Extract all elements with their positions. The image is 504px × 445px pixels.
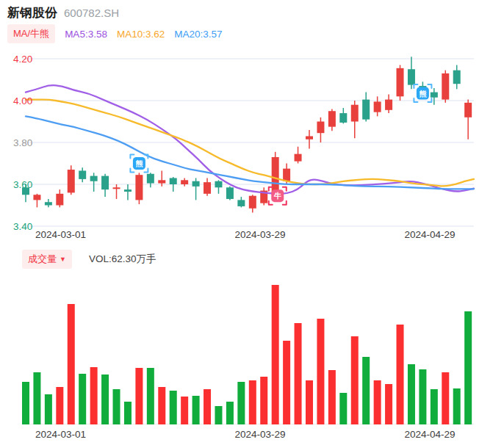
svg-text:4.00: 4.00 bbox=[13, 95, 32, 106]
volume-bar bbox=[79, 374, 86, 424]
volume-bar bbox=[295, 323, 302, 424]
volume-bar bbox=[90, 367, 98, 424]
volume-bar bbox=[362, 357, 370, 424]
candle bbox=[408, 69, 415, 84]
candle bbox=[464, 103, 472, 117]
candle bbox=[442, 73, 449, 100]
candle bbox=[283, 169, 290, 181]
candle bbox=[272, 157, 279, 195]
volume-bar bbox=[374, 380, 381, 424]
stock-code: 600782.SH bbox=[64, 7, 119, 19]
volume-bar bbox=[260, 377, 267, 424]
price-candlestick-chart[interactable]: 熊牛熊4.204.003.803.603.40 bbox=[0, 46, 504, 231]
candle bbox=[135, 175, 143, 200]
x-tick-date: 2024-03-01 bbox=[35, 229, 86, 240]
volume-bar-chart[interactable] bbox=[0, 273, 504, 424]
volume-bar bbox=[453, 388, 461, 424]
candle bbox=[158, 180, 165, 183]
candle bbox=[397, 68, 404, 96]
volume-bar bbox=[339, 393, 347, 424]
ma10-value-label: MA10:3.62 bbox=[117, 29, 165, 40]
volume-bar bbox=[113, 389, 120, 424]
bull-signal-icon[interactable]: 牛 bbox=[269, 187, 287, 205]
volume-bar bbox=[56, 387, 63, 424]
volume-bars-group bbox=[22, 285, 472, 424]
svg-text:熊: 熊 bbox=[419, 90, 426, 98]
candle bbox=[68, 170, 75, 192]
candle bbox=[192, 181, 200, 187]
candle bbox=[147, 174, 154, 184]
volume-bar bbox=[237, 382, 245, 424]
volume-bar bbox=[135, 368, 143, 424]
candle bbox=[124, 189, 132, 192]
x-tick-date: 2024-03-29 bbox=[234, 229, 285, 240]
x-tick-date: 2024-04-29 bbox=[404, 429, 455, 440]
candle bbox=[351, 105, 359, 122]
volume-bar bbox=[408, 364, 415, 424]
header: 新钢股份 600782.SH bbox=[7, 4, 119, 21]
x-tick-date: 2024-03-29 bbox=[234, 429, 285, 440]
ma20-value-label: MA20:3.57 bbox=[174, 29, 222, 40]
svg-text:4.20: 4.20 bbox=[13, 54, 32, 65]
svg-text:熊: 熊 bbox=[135, 159, 143, 168]
candle bbox=[306, 136, 313, 139]
candle bbox=[339, 113, 347, 123]
volume-bar bbox=[192, 396, 200, 424]
bear-signal-icon[interactable]: 熊 bbox=[414, 84, 431, 102]
candle bbox=[113, 187, 120, 189]
volume-bar bbox=[147, 368, 154, 424]
volume-bar bbox=[328, 370, 336, 424]
volume-bar bbox=[317, 319, 324, 424]
svg-text:3.60: 3.60 bbox=[13, 179, 32, 190]
volume-indicator-badge[interactable]: 成交量 ▼ bbox=[22, 250, 72, 269]
candle bbox=[45, 202, 52, 205]
volume-bar bbox=[33, 372, 40, 424]
candle bbox=[237, 200, 245, 206]
candle bbox=[362, 100, 370, 120]
volume-bar bbox=[385, 384, 392, 424]
candle bbox=[249, 196, 256, 209]
ma5-value-label: MA5:3.58 bbox=[65, 29, 107, 40]
ma-legend-row: MA/牛熊 MA5:3.58 MA10:3.62 MA20:3.57 bbox=[7, 24, 223, 43]
candle bbox=[90, 176, 98, 181]
volume-bar bbox=[419, 369, 426, 424]
bear-signal-icon[interactable]: 熊 bbox=[130, 155, 148, 173]
stock-chart-window: 新钢股份 600782.SH MA/牛熊 MA5:3.58 MA10:3.62 … bbox=[0, 0, 504, 445]
price-chart-x-axis: 2024-03-01 2024-03-29 2024-04-29 bbox=[0, 229, 504, 242]
volume-bar bbox=[170, 391, 177, 424]
candle bbox=[295, 154, 302, 162]
candle bbox=[453, 70, 461, 84]
volume-bar bbox=[215, 406, 222, 424]
candle bbox=[170, 178, 177, 184]
volume-bar bbox=[226, 402, 234, 424]
candle bbox=[317, 122, 324, 134]
candles-group bbox=[22, 57, 472, 212]
svg-text:3.80: 3.80 bbox=[13, 137, 32, 148]
volume-bar bbox=[397, 325, 404, 424]
ma-mode-badge[interactable]: MA/牛熊 bbox=[7, 24, 55, 43]
candle bbox=[79, 170, 86, 178]
candle bbox=[215, 181, 222, 188]
volume-value-label: VOL:62.30万手 bbox=[89, 253, 156, 266]
svg-text:牛: 牛 bbox=[274, 192, 282, 200]
candle bbox=[328, 111, 336, 126]
volume-header-row: 成交量 ▼ VOL:62.30万手 bbox=[22, 250, 156, 269]
candle bbox=[56, 194, 63, 206]
price-gridlines bbox=[22, 59, 474, 226]
volume-bar bbox=[431, 389, 438, 424]
volume-bar bbox=[158, 387, 165, 424]
volume-badge-label: 成交量 bbox=[28, 253, 57, 266]
volume-bar bbox=[272, 285, 279, 424]
volume-chart-x-axis: 2024-03-01 2024-03-29 2024-04-29 bbox=[0, 429, 504, 442]
volume-bar bbox=[351, 336, 359, 424]
volume-bar bbox=[306, 380, 313, 424]
volume-bar bbox=[68, 304, 75, 424]
price-y-axis-labels: 4.204.003.803.603.40 bbox=[13, 54, 32, 231]
candle bbox=[33, 195, 40, 200]
volume-bar bbox=[22, 382, 29, 424]
volume-bar bbox=[204, 389, 211, 424]
candle bbox=[374, 101, 381, 112]
volume-bar bbox=[101, 375, 109, 424]
volume-bar bbox=[45, 394, 52, 424]
volume-bar bbox=[442, 372, 449, 424]
